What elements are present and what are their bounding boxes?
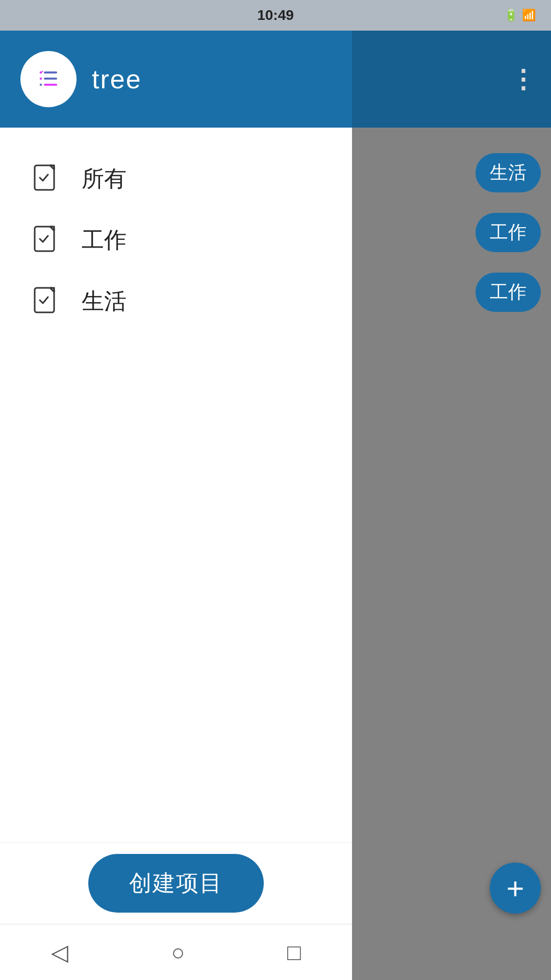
home-button[interactable]: ○ [171,940,185,965]
main-container: tree 所有 工作 [0,31,551,980]
checkbox-doc-icon-life [31,286,61,316]
sidebar: tree 所有 工作 [0,31,352,980]
create-button[interactable]: 创建项目 [88,854,264,913]
checkbox-doc-icon-work [31,225,61,255]
right-panel-header: ⋮ [352,31,551,128]
svg-rect-6 [44,84,57,86]
logo-svg [31,61,66,97]
checkbox-doc-icon-all [31,163,61,194]
wifi-icon: 📶 [522,9,536,22]
svg-rect-2 [44,71,57,74]
menu-label-life: 生活 [82,286,127,316]
nav-bar: ◁ ○ □ [0,924,352,980]
menu-list: 所有 工作 生活 [0,128,352,842]
right-panel: ⋮ 生活 工作 工作 + [352,31,551,980]
status-time: 10:49 [257,7,294,23]
app-title: tree [92,64,142,94]
svg-rect-12 [35,288,54,312]
fab-add-icon: + [506,871,524,906]
menu-item-all[interactable]: 所有 [0,148,352,209]
menu-item-work[interactable]: 工作 [0,209,352,271]
svg-rect-7 [35,165,54,190]
fab-add-button[interactable]: + [490,863,541,914]
status-bar: 10:49 🔋 📶 [0,0,551,31]
right-panel-content: 生活 工作 工作 + [352,128,551,980]
app-header: tree [0,31,352,128]
menu-label-all: 所有 [82,164,127,194]
tag-badge-life: 生活 [475,153,541,192]
bottom-bar: 创建项目 [0,842,352,924]
recent-button[interactable]: □ [287,940,301,965]
more-options-icon[interactable]: ⋮ [510,64,536,94]
svg-rect-4 [44,78,57,80]
status-icons: 🔋 📶 [504,9,536,22]
tag-badge-work-1: 工作 [475,213,541,252]
svg-rect-5 [40,84,42,86]
battery-icon: 🔋 [504,9,518,22]
app-logo [20,51,77,107]
back-button[interactable]: ◁ [51,939,68,965]
tag-badge-work-2: 工作 [475,273,541,312]
svg-rect-3 [40,78,42,80]
menu-item-life[interactable]: 生活 [0,271,352,332]
svg-rect-10 [35,227,54,251]
menu-label-work: 工作 [82,225,127,255]
